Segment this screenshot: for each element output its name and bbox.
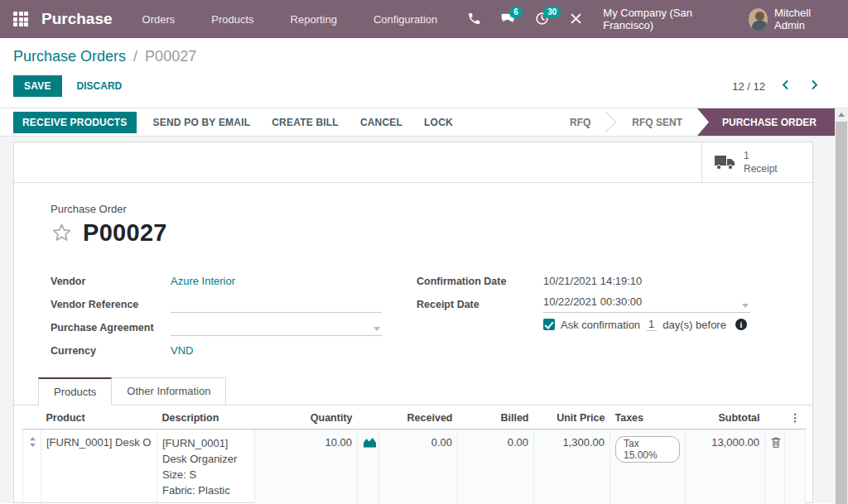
menu-orders[interactable]: Orders xyxy=(142,13,176,26)
info-icon: i xyxy=(735,319,747,330)
ask-confirmation-row: Ask confirmation 1 day(s) before i xyxy=(543,313,750,336)
vendor-reference-field[interactable] xyxy=(171,295,382,313)
messages-badge: 6 xyxy=(509,7,523,18)
receive-products-button[interactable]: RECEIVE PRODUCTS xyxy=(13,112,137,133)
scrollbar-up-arrow[interactable] xyxy=(835,108,848,121)
days-before-text: day(s) before xyxy=(662,319,726,331)
col-product[interactable]: Product xyxy=(41,406,157,430)
breadcrumb-purchase-orders[interactable]: Purchase Orders xyxy=(13,48,126,65)
table-row[interactable]: [FURN_0001] Desk Or... [FURN_0001] Desk … xyxy=(23,430,806,504)
chevron-down-icon[interactable] xyxy=(373,327,380,331)
pager: 12 / 12 xyxy=(732,79,835,93)
page-title: P00027 xyxy=(83,219,167,247)
delete-row-icon[interactable] xyxy=(765,430,785,504)
vertical-scrollbar[interactable] xyxy=(835,108,848,504)
cell-quantity[interactable]: 10.00 xyxy=(255,430,358,504)
statusbar: RECEIVE PRODUCTS SEND PO BY EMAIL CREATE… xyxy=(0,108,835,137)
cell-billed: 0.00 xyxy=(458,430,534,504)
drag-handle-icon[interactable] xyxy=(23,430,41,504)
receipt-date-field[interactable]: 10/22/2021 00:30:00 xyxy=(543,295,750,313)
create-bill-button[interactable]: CREATE BILL xyxy=(272,117,339,128)
receipt-date-label: Receipt Date xyxy=(417,299,543,313)
control-panel-buttons: SAVE DISCARD 12 / 12 xyxy=(13,75,835,97)
col-billed[interactable]: Billed xyxy=(458,406,534,430)
cell-product[interactable]: [FURN_0001] Desk Or... xyxy=(41,430,157,504)
order-lines-table: Product Description Quantity Received Bi… xyxy=(22,406,806,504)
vendor-label: Vendor xyxy=(51,276,171,290)
send-po-by-email-button[interactable]: SEND PO BY EMAIL xyxy=(153,117,251,128)
col-taxes[interactable]: Taxes xyxy=(610,406,686,430)
col-received[interactable]: Received xyxy=(379,406,458,430)
apps-grid-icon[interactable] xyxy=(13,12,28,26)
content-area: 1 Receipt Purchase Order P00027 Vendor A… xyxy=(0,137,848,503)
form-sheet: 1 Receipt Purchase Order P00027 Vendor A… xyxy=(13,142,813,503)
company-switcher[interactable]: My Company (San Francisco) xyxy=(603,7,728,31)
save-button[interactable]: SAVE xyxy=(13,75,62,97)
pager-previous-button[interactable] xyxy=(777,79,794,93)
purchase-order-label: Purchase Order xyxy=(51,203,812,215)
cell-subtotal: 13,000.00 xyxy=(686,430,765,504)
discard-button[interactable]: DISCARD xyxy=(77,80,123,92)
purchase-agreement-field[interactable] xyxy=(171,319,382,336)
messages-icon[interactable]: 6 xyxy=(501,12,515,26)
menu-products[interactable]: Products xyxy=(211,13,253,26)
ask-confirmation-checkbox[interactable] xyxy=(543,319,555,330)
tab-products[interactable]: Products xyxy=(38,377,112,406)
chevron-down-icon[interactable] xyxy=(742,304,749,308)
breadcrumb-current: P00027 xyxy=(145,48,196,65)
app-name[interactable]: Purchase xyxy=(41,10,113,28)
tools-icon[interactable] xyxy=(569,12,583,26)
activities-badge: 30 xyxy=(543,7,561,18)
col-subtotal[interactable]: Subtotal xyxy=(686,406,765,430)
phone-icon[interactable] xyxy=(467,12,481,26)
navbar-right: 6 30 My Company (San Francisco) Mitchell… xyxy=(467,7,835,31)
cell-received: 0.00 xyxy=(379,430,458,504)
purchase-agreement-label: Purchase Agreement xyxy=(51,322,171,336)
receipt-count: 1 xyxy=(744,150,749,161)
pager-next-button[interactable] xyxy=(806,79,823,93)
currency-label: Currency xyxy=(51,345,171,359)
lock-button[interactable]: LOCK xyxy=(424,117,453,128)
field-grid: Vendor Azure Interior Vendor Reference P… xyxy=(14,247,812,359)
truck-icon xyxy=(714,154,735,170)
navbar-left: Purchase Orders Products Reporting Confi… xyxy=(13,10,467,28)
forecast-chart-icon[interactable] xyxy=(358,430,379,504)
cell-description[interactable]: [FURN_0001] Desk Organizer Size: S Fabri… xyxy=(157,430,255,504)
activities-icon[interactable]: 30 xyxy=(535,12,549,26)
col-description[interactable]: Description xyxy=(157,406,255,430)
stage-rfq[interactable]: RFQ xyxy=(555,108,605,136)
optional-columns-icon[interactable]: ⋮ xyxy=(785,406,806,430)
vendor-value[interactable]: Azure Interior xyxy=(171,275,382,290)
cell-taxes[interactable]: Tax 15.00% xyxy=(610,430,686,504)
cancel-button[interactable]: CANCEL xyxy=(360,117,402,128)
top-navbar: Purchase Orders Products Reporting Confi… xyxy=(0,0,848,38)
user-menu[interactable]: Mitchell Admin xyxy=(749,7,835,31)
pager-count: 12 / 12 xyxy=(732,80,765,93)
col-quantity[interactable]: Quantity xyxy=(255,406,358,430)
stage-separator xyxy=(605,108,617,136)
favorite-star-icon[interactable] xyxy=(51,222,73,244)
breadcrumb: Purchase Orders / P00027 xyxy=(13,48,835,65)
confirmation-days-field[interactable]: 1 xyxy=(646,318,657,331)
control-panel: Purchase Orders / P00027 SAVE DISCARD 12… xyxy=(0,38,848,108)
status-stages: RFQ RFQ SENT PURCHASE ORDER xyxy=(555,108,835,136)
cell-unit-price[interactable]: 1,300.00 xyxy=(534,430,610,504)
menu-configuration[interactable]: Configuration xyxy=(373,13,437,26)
currency-value[interactable]: VND xyxy=(171,344,382,359)
receipt-smart-button[interactable]: 1 Receipt xyxy=(701,142,812,182)
stage-rfq-sent[interactable]: RFQ SENT xyxy=(617,108,697,136)
notebook-tabs: Products Other Information xyxy=(14,377,812,406)
menu-reporting[interactable]: Reporting xyxy=(291,13,337,26)
table-header-row: Product Description Quantity Received Bi… xyxy=(23,406,806,430)
confirmation-date-value: 10/21/2021 14:19:10 xyxy=(543,275,750,290)
ask-confirmation-text: Ask confirmation xyxy=(561,319,640,331)
tab-other-information[interactable]: Other Information xyxy=(112,377,226,406)
stage-purchase-order[interactable]: PURCHASE ORDER xyxy=(697,108,835,136)
col-unit-price[interactable]: Unit Price xyxy=(534,406,610,430)
vendor-reference-label: Vendor Reference xyxy=(51,299,171,313)
scrollbar-thumb[interactable] xyxy=(836,122,847,504)
breadcrumb-separator: / xyxy=(133,48,137,65)
user-avatar xyxy=(749,8,768,31)
receipt-label: Receipt xyxy=(744,163,778,175)
user-name: Mitchell Admin xyxy=(774,7,835,31)
